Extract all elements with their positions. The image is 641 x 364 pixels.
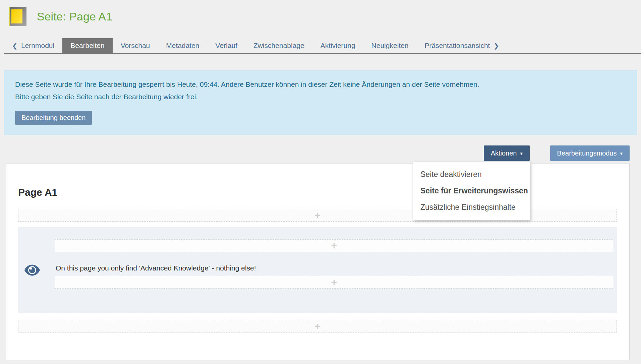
tab-label: Präsentationsansicht [425,42,490,50]
tab-vorschau[interactable]: Vorschau [113,38,158,53]
advanced-knowledge-section[interactable]: + On this page you only find 'Advanced K… [18,227,617,313]
menu-item-seite-fuer-erweiterungswissen[interactable]: Seite für Erweiterungswissen [413,183,530,199]
tab-label: Vorschau [121,42,150,50]
chevron-right-icon: ❯ [493,42,499,50]
insert-dropzone-bottom[interactable]: + [18,320,617,332]
tab-label: Metadaten [166,42,199,50]
plus-icon: + [331,241,337,251]
paragraph-text[interactable]: On this page you only find 'Advanced Kno… [56,264,613,272]
plus-icon: + [314,321,320,331]
lock-notice-line2: Bitte geben Sie die Seite nach der Bearb… [15,90,619,103]
plus-icon: + [331,277,337,287]
tab-verlauf[interactable]: Verlauf [208,38,245,53]
actions-dropdown-menu: Seite deaktivieren Seite für Erweiterung… [413,162,530,220]
page-header: Seite: Page A1 [0,0,641,26]
edit-mode-button-label: Bearbeitungsmodus [557,149,617,157]
actions-dropdown-button[interactable]: Aktionen ▾ [484,145,530,161]
tab-label: Aktivierung [320,42,355,50]
insert-dropzone-section-bottom[interactable]: + [55,276,613,289]
page-toolbar: Aktionen ▾ Bearbeitungsmodus ▾ Seite dea… [0,145,641,161]
menu-item-zusaetzliche-einstiegsinhalte[interactable]: Zusätzliche Einstiegsinhalte [413,199,530,216]
caret-down-icon: ▾ [620,150,623,157]
caret-down-icon: ▾ [520,150,523,157]
tab-zwischenablage[interactable]: Zwischenablage [245,38,312,53]
insert-dropzone-section-top[interactable]: + [55,239,613,252]
page-title: Seite: Page A1 [37,10,112,23]
tab-label: Lernmodul [21,42,54,50]
plus-icon: + [314,210,320,220]
chevron-left-icon: ❮ [12,42,17,50]
tab-bearbeiten[interactable]: Bearbeiten [62,38,113,53]
tab-neuigkeiten[interactable]: Neuigkeiten [363,38,417,53]
page-lock-notice: Diese Seite wurde für Ihre Bearbeitung g… [4,70,637,135]
tab-aktivierung[interactable]: Aktivierung [312,38,363,53]
tab-label: Zwischenablage [253,42,304,50]
tab-forward-praesentationsansicht[interactable]: Präsentationsansicht ❯ [417,38,507,53]
actions-button-label: Aktionen [491,149,517,157]
learning-module-icon-fill [11,9,22,23]
page-editor-panel: Page A1 + + On this page you only find '… [6,164,630,360]
tab-label: Bearbeiten [70,42,105,50]
tab-back-lernmodul[interactable]: ❮ Lernmodul [4,38,62,53]
edit-mode-dropdown-button[interactable]: Bearbeitungsmodus ▾ [550,145,630,161]
tab-label: Verlauf [216,42,237,50]
tab-bar: ❮ Lernmodul Bearbeiten Vorschau Metadate… [4,38,641,54]
lock-notice-line1: Diese Seite wurde für Ihre Bearbeitung g… [15,78,619,90]
tab-metadaten[interactable]: Metadaten [158,38,207,53]
learning-module-icon [9,7,26,26]
eye-icon [24,263,41,277]
end-editing-button[interactable]: Bearbeitung beenden [15,111,92,125]
tab-label: Neuigkeiten [371,42,409,50]
menu-item-seite-deaktivieren[interactable]: Seite deaktivieren [413,166,530,183]
